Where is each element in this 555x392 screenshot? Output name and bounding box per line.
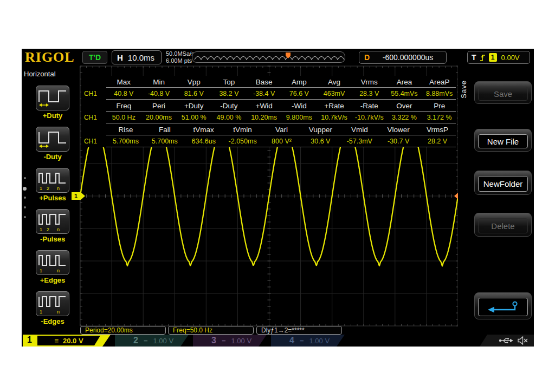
measure-name: Vrms (352, 78, 387, 86)
channel-label: CH1 (81, 114, 106, 121)
measure-value: 5.700ms (145, 138, 184, 145)
measure-name: Freq (106, 102, 141, 110)
measure-value: 38.2 V (211, 90, 247, 97)
measure-name: Vari (262, 126, 301, 134)
measure-value: 634.6us (184, 138, 223, 145)
svg-text:n: n (57, 309, 60, 315)
measure-name: Vupper (301, 126, 340, 134)
waveform-display: 1T MaxMinVppTopBaseAmpAvgVrmsAreaAreaPCH… (80, 66, 458, 326)
measure-value: -57.3mV (340, 138, 379, 145)
save-menu: Save Save New File NewFolder Delete (458, 66, 534, 326)
rigol-logo: RIGOL (25, 49, 75, 66)
measure-value: 55.4mVs (387, 90, 422, 97)
horizontal-scale-box: H 10.0ms (112, 50, 162, 64)
svg-text:1: 1 (40, 227, 42, 232)
menu-page-dot (24, 216, 26, 218)
measure-value-row: CH150.0 Hz20.00ms51.00 %49.00 %10.20ms9.… (81, 112, 457, 123)
measure-name: Max (106, 78, 141, 86)
trigger-label: T (472, 53, 476, 62)
menu-tab-save: Save (460, 80, 468, 99)
measure-name: tVmax (184, 126, 223, 134)
ch1-ground-marker: 1 (72, 192, 85, 200)
measure-value-row: CH15.700ms5.700ms634.6us-2.050ms800 V²30… (81, 135, 457, 147)
channel-2-number: 2 (133, 336, 138, 345)
menu-page-dot (24, 177, 26, 179)
return-button[interactable] (474, 292, 532, 319)
channel-status-bar: 1 = 20.0 V 2 = 1.00 V 3 = 1.00 V 4 = 1.0… (22, 335, 534, 347)
timebase-value: 10.0ms (128, 53, 154, 62)
sidebar-title: Horizontal (22, 66, 80, 78)
sidebar-item-plusminus-pulses[interactable]: 12n+Pulses (29, 168, 76, 202)
new-file-button[interactable]: New File (474, 129, 532, 152)
sample-rate: 50.0MSa/s (166, 50, 195, 57)
channel-4-coupling-icon: = (300, 337, 304, 345)
measure-name: AreaP (422, 78, 457, 86)
svg-text:n: n (57, 268, 60, 273)
return-arrow-icon (484, 300, 522, 313)
channel-3-badge[interactable]: 3 = 1.00 V (193, 335, 267, 347)
channel-4-badge[interactable]: 4 = 1.00 V (271, 335, 345, 347)
measure-name: Rise (106, 126, 145, 134)
measure-value: 3.172 % (422, 114, 457, 121)
measure-value: 28.3 V (352, 90, 387, 97)
rising-edge-icon (480, 54, 486, 62)
sidebar-item-plusminus-edges[interactable]: 1n+Edges (29, 250, 76, 284)
memory-depth: 6.00M pts (166, 57, 195, 64)
period-readout: Period=20.00ms (80, 326, 166, 335)
memory-waveform-icon (192, 52, 345, 62)
sidebar-item-label: -Duty (29, 153, 76, 161)
trigger-status-badge: T'D (82, 51, 107, 64)
minus-edges-icon: 1n (36, 291, 69, 316)
measure-name: -Duty (211, 102, 247, 110)
measure-value: 10.7kV/s (317, 114, 352, 121)
new-folder-button[interactable]: NewFolder (474, 171, 532, 195)
sidebar-item-plusminus-duty[interactable]: +Duty (29, 86, 76, 120)
measure-value: 40.8 V (106, 90, 141, 97)
trigger-level-value: 0.00V (501, 54, 520, 62)
measure-value: 51.00 % (176, 114, 211, 121)
measure-value: 3.322 % (387, 114, 422, 121)
measure-name: Base (247, 78, 282, 86)
measurement-table: MaxMinVppTopBaseAmpAvgVrmsAreaAreaPCH140… (81, 76, 457, 147)
trigger-source-badge: 1 (489, 53, 497, 62)
sidebar-item-minus-pulses[interactable]: 12n-Pulses (29, 209, 76, 243)
delay-label: D (364, 53, 370, 62)
svg-text:1: 1 (40, 268, 42, 273)
sidebar-item-label: +Duty (29, 112, 76, 120)
measure-name: Top (211, 78, 247, 86)
channel-2-badge[interactable]: 2 = 1.00 V (115, 335, 189, 347)
menu-page-dot (23, 187, 27, 191)
measure-name: Vlower (379, 126, 418, 134)
measure-name: Peri (141, 102, 177, 110)
save-button[interactable]: Save (474, 81, 532, 104)
channel-2-scale: 1.00 V (153, 337, 174, 345)
measure-value: 81.6 V (176, 90, 211, 97)
svg-text:1: 1 (40, 309, 42, 315)
measure-value: 8.88mVs (422, 90, 457, 97)
measure-name: Amp (281, 78, 317, 86)
trigger-position-marker (286, 53, 291, 58)
memory-position-bar[interactable] (192, 51, 345, 63)
sidebar-item-label: -Pulses (29, 235, 76, 243)
channel-3-scale: 1.00 V (231, 337, 252, 345)
measure-value: 800 V² (262, 138, 301, 145)
sidebar-item-minus-duty[interactable]: -Duty (29, 127, 76, 161)
svg-text:n: n (57, 227, 60, 232)
delete-button[interactable]: Delete (474, 213, 532, 237)
oscilloscope-screen: RIGOL T'D H 10.0ms 50.0MSa/s 6.00M pts D… (22, 49, 534, 347)
measure-value: -30.7 V (379, 138, 418, 145)
measure-name: -Wid (281, 102, 317, 110)
menu-page-dot (24, 197, 26, 199)
measure-name: Pre (422, 102, 457, 110)
svg-text:2: 2 (47, 227, 49, 232)
measure-header-row: RiseFalltVmaxtVminVariVupperVmidVlowerVr… (81, 123, 457, 135)
measure-value: -40.8 V (141, 90, 177, 97)
channel-1-coupling-icon: = (54, 337, 59, 345)
channel-label: CH1 (81, 90, 106, 97)
measure-name: Vpp (176, 78, 211, 86)
sidebar-item-label: -Edges (29, 317, 76, 325)
measure-name: Over (387, 102, 422, 110)
channel-1-badge[interactable]: 1 = 20.0 V (23, 335, 111, 347)
sidebar-item-minus-edges[interactable]: 1n-Edges (29, 291, 76, 325)
measure-value: 463mV (317, 90, 352, 97)
